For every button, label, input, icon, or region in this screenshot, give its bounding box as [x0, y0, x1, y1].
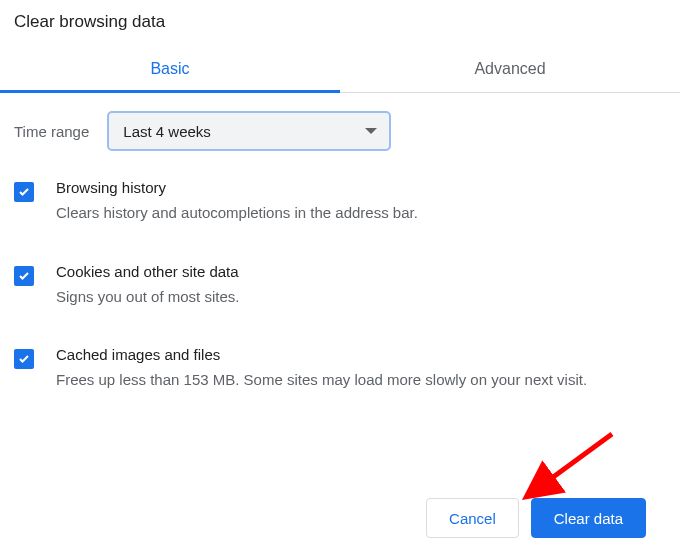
checkbox-cookies[interactable] [14, 266, 34, 286]
option-title: Cookies and other site data [56, 263, 666, 280]
clear-browsing-dialog: Clear browsing data Basic Advanced Time … [0, 0, 680, 392]
checkbox-browsing-history[interactable] [14, 182, 34, 202]
option-cookies: Cookies and other site data Signs you ou… [14, 263, 666, 309]
tabs-bar: Basic Advanced [0, 46, 680, 93]
time-range-value: Last 4 weeks [123, 123, 211, 140]
option-cache: Cached images and files Frees up less th… [14, 346, 666, 392]
dialog-title: Clear browsing data [0, 12, 680, 46]
option-text: Browsing history Clears history and auto… [56, 179, 666, 225]
option-title: Browsing history [56, 179, 666, 196]
chevron-down-icon [365, 128, 377, 134]
clear-data-button-label: Clear data [554, 510, 623, 527]
annotation-arrow-icon [512, 428, 622, 508]
option-description: Clears history and autocompletions in th… [56, 202, 666, 225]
option-description: Signs you out of most sites. [56, 286, 666, 309]
time-range-label: Time range [14, 123, 89, 140]
cancel-button-label: Cancel [449, 510, 496, 527]
checkbox-cache[interactable] [14, 349, 34, 369]
cancel-button[interactable]: Cancel [426, 498, 519, 538]
option-title: Cached images and files [56, 346, 666, 363]
option-browsing-history: Browsing history Clears history and auto… [14, 179, 666, 225]
dialog-buttons: Cancel Clear data [426, 498, 646, 538]
checkmark-icon [18, 186, 30, 198]
svg-line-0 [530, 434, 612, 494]
option-text: Cookies and other site data Signs you ou… [56, 263, 666, 309]
tab-basic-label: Basic [150, 60, 189, 77]
option-text: Cached images and files Frees up less th… [56, 346, 666, 392]
tab-basic[interactable]: Basic [0, 46, 340, 92]
dialog-content: Time range Last 4 weeks Browsing history… [0, 93, 680, 392]
checkmark-icon [18, 353, 30, 365]
option-description: Frees up less than 153 MB. Some sites ma… [56, 369, 666, 392]
tab-advanced[interactable]: Advanced [340, 46, 680, 92]
time-range-select[interactable]: Last 4 weeks [107, 111, 391, 151]
clear-data-button[interactable]: Clear data [531, 498, 646, 538]
tab-advanced-label: Advanced [474, 60, 545, 77]
checkmark-icon [18, 270, 30, 282]
time-range-row: Time range Last 4 weeks [14, 111, 666, 151]
